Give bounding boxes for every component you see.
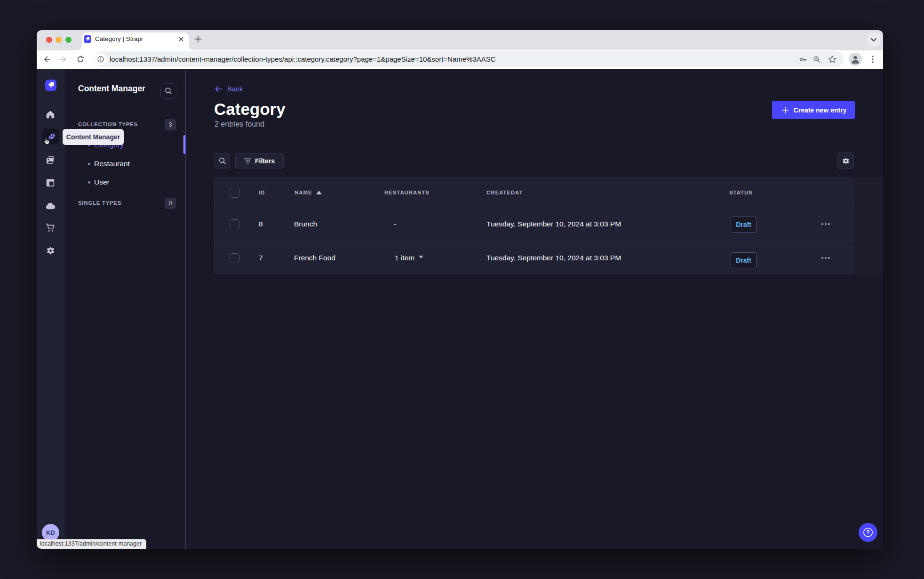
svg-text:?: ? [866,529,869,536]
